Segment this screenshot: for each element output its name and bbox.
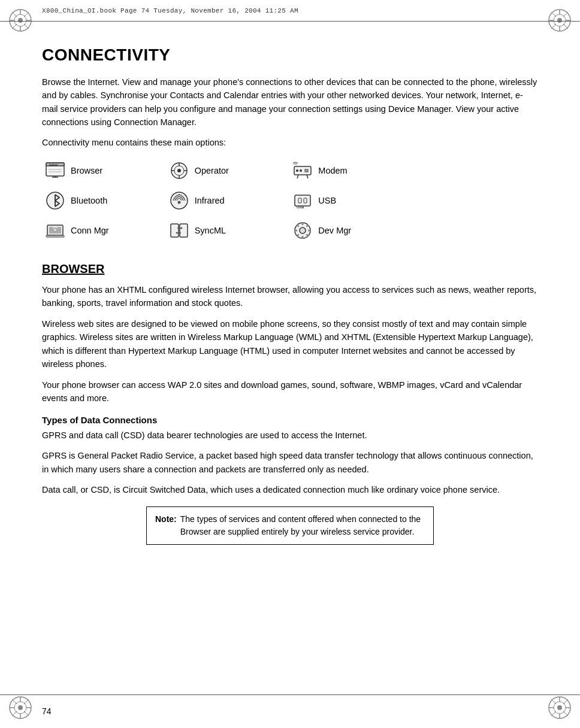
svg-rect-58 — [46, 235, 64, 237]
svg-point-59 — [55, 229, 56, 230]
svg-point-51 — [177, 201, 180, 204]
browser-section-title: BROWSER — [42, 262, 538, 276]
menu-item-bluetooth: Bluetooth — [42, 186, 166, 216]
top-bar-text: X800_China_OI.book Page 74 Tuesday, Nove… — [42, 7, 298, 14]
usb-icon: USB — [292, 190, 313, 211]
top-bar: X800_China_OI.book Page 74 Tuesday, Nove… — [0, 0, 580, 22]
types-para3: Data call, or CSD, is Circuit Switched D… — [42, 483, 538, 496]
svg-text:WWW: WWW — [49, 163, 58, 167]
menu-item-browser: WWW Browser — [42, 156, 166, 186]
svg-rect-68 — [302, 222, 304, 225]
bottom-separator — [0, 694, 580, 695]
svg-point-37 — [177, 169, 181, 172]
menu-item-modem: Modem — [289, 156, 413, 186]
bluetooth-icon — [44, 190, 66, 211]
menu-item-infrared: Infrared — [166, 186, 290, 216]
page-number: 74 — [42, 706, 52, 716]
menu-item-usb-label: USB — [318, 196, 336, 205]
corner-decoration-bl — [5, 692, 36, 723]
svg-rect-61 — [180, 224, 188, 237]
menu-item-dev-mgr: Dev Mgr — [289, 216, 413, 245]
menu-item-usb: USB USB — [289, 186, 413, 216]
svg-rect-74 — [294, 229, 297, 231]
svg-line-46 — [297, 175, 298, 178]
conn-mgr-icon — [44, 220, 66, 241]
svg-point-16 — [18, 705, 23, 710]
browser-para1: Your phone has an XHTML configured wirel… — [42, 283, 538, 310]
syncml-icon — [168, 220, 190, 241]
types-of-data-title: Types of Data Connections — [42, 415, 538, 425]
menu-item-browser-label: Browser — [71, 166, 102, 175]
menu-item-operator: Operator — [166, 156, 290, 186]
menu-item-conn-mgr-label: Conn Mgr — [71, 226, 109, 235]
types-para1: GPRS and data call (CSD) data bearer tec… — [42, 429, 538, 442]
svg-rect-72 — [302, 236, 304, 239]
types-para2: GPRS is General Packet Radio Service, a … — [42, 449, 538, 476]
svg-point-23 — [557, 705, 562, 710]
menu-item-syncml: SyncML — [166, 216, 290, 245]
svg-point-43 — [296, 169, 298, 172]
corner-decoration-br — [544, 692, 575, 723]
operator-icon — [168, 160, 190, 181]
connectivity-menu-grid: WWW Browser — [42, 156, 413, 245]
svg-line-47 — [307, 175, 308, 178]
menu-item-dev-mgr-label: Dev Mgr — [318, 226, 351, 235]
note-text: The types of services and content offere… — [180, 513, 425, 538]
modem-icon — [292, 160, 313, 181]
svg-text:USB: USB — [297, 205, 304, 209]
main-content: CONNECTIVITY Browse the Internet. View a… — [42, 22, 538, 692]
browser-para3: Your phone browser can access WAP 2.0 si… — [42, 378, 538, 405]
svg-rect-52 — [295, 195, 310, 206]
intro-paragraph: Browse the Internet. View and manage you… — [42, 75, 538, 129]
note-label: Note: — [155, 513, 177, 538]
svg-rect-45 — [304, 169, 309, 172]
infrared-icon — [168, 190, 190, 211]
menu-item-bluetooth-label: Bluetooth — [71, 196, 107, 205]
page-title: CONNECTIVITY — [42, 46, 538, 65]
menu-item-infrared-label: Infrared — [195, 196, 225, 205]
dev-mgr-icon — [292, 220, 313, 241]
menu-item-modem-label: Modem — [318, 166, 347, 175]
menu-label: Connectivity menu contains these main op… — [42, 138, 538, 147]
svg-point-44 — [300, 169, 302, 172]
browser-para2: Wireless web sites are designed to be vi… — [42, 317, 538, 371]
svg-rect-60 — [171, 224, 179, 237]
browser-icon: WWW — [44, 160, 66, 181]
note-box: Note: The types of services and content … — [146, 506, 434, 545]
menu-item-conn-mgr: Conn Mgr — [42, 216, 166, 245]
menu-item-operator-label: Operator — [195, 166, 229, 175]
svg-rect-70 — [308, 229, 311, 231]
menu-item-syncml-label: SyncML — [195, 226, 226, 235]
svg-point-67 — [300, 228, 306, 233]
